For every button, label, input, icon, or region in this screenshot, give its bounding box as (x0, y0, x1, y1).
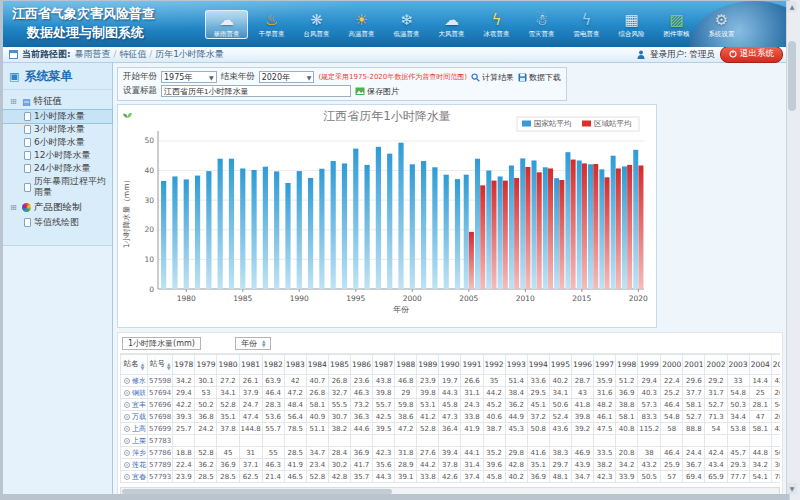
sidebar-item[interactable]: 1小时降水量 (3, 110, 112, 123)
station-name-cell[interactable]: 莲花 (121, 459, 148, 471)
bar-national-2002[interactable] (432, 167, 437, 289)
vertical-scrollbar[interactable]: ▲ ▼ (786, 1, 797, 494)
bar-regional-2010[interactable] (525, 167, 530, 289)
year-column-header[interactable]: 1989 (417, 355, 439, 375)
radio-icon[interactable] (124, 402, 130, 408)
bar-national-1984[interactable] (229, 159, 234, 289)
tree-toggle-icon[interactable]: ⊞ (10, 203, 19, 212)
year-column-header[interactable]: 1987 (373, 355, 395, 375)
station-name-cell[interactable]: 宜丰 (121, 399, 148, 411)
station-name-link[interactable]: 萍乡 (132, 448, 146, 458)
bar-national-1981[interactable] (195, 176, 200, 289)
sidebar-group-node[interactable]: ⊞▤特征值 (3, 93, 112, 110)
toolbar-item-risk-calc[interactable]: ▦综合风险 (610, 10, 653, 39)
station-name-link[interactable]: 宜春 (132, 472, 146, 482)
bar-national-1992[interactable] (319, 169, 324, 289)
bar-national-1989[interactable] (285, 183, 290, 289)
year-column-header[interactable]: 1998 (616, 355, 638, 375)
bar-national-1980[interactable] (184, 179, 189, 289)
bar-regional-2008[interactable] (503, 181, 508, 289)
year-column-header[interactable]: 2005 (771, 355, 780, 375)
year-column-header[interactable]: 2003 (727, 355, 749, 375)
year-column-header[interactable]: 1985 (328, 355, 350, 375)
station-name-cell[interactable]: 万载 (121, 411, 148, 423)
toolbar-item-drought[interactable]: ♨干旱普查 (250, 10, 293, 39)
sidebar-item[interactable]: 12小时降水量 (3, 149, 112, 162)
bar-regional-2005[interactable] (469, 232, 474, 289)
bar-national-2019[interactable] (622, 166, 627, 289)
bar-regional-2006[interactable] (480, 185, 485, 289)
year-column-header[interactable]: 2001 (683, 355, 705, 375)
bar-national-2007[interactable] (486, 171, 491, 289)
bar-national-1996[interactable] (364, 165, 369, 289)
radio-icon[interactable] (124, 462, 130, 468)
toolbar-item-snow[interactable]: ☃雪灾普查 (520, 10, 563, 39)
toolbar-item-hail[interactable]: ϟ冰雹普查 (475, 10, 518, 39)
station-name-link[interactable]: 莲花 (132, 460, 146, 470)
bar-national-2010[interactable] (520, 158, 525, 289)
year-column-header[interactable]: 1986 (350, 355, 372, 375)
station-sort-header[interactable]: 站名▲▼ (121, 355, 148, 375)
breadcrumb-item[interactable]: 特征值 (119, 49, 146, 59)
sidebar-group-node[interactable]: ⊞产品图绘制 (3, 199, 112, 216)
bar-regional-2017[interactable] (605, 177, 610, 289)
sidebar-item[interactable]: 等值线绘图 (3, 216, 112, 229)
table-scroll-area[interactable]: 站名▲▼站号▲▼19781979198019811982198319841985… (120, 353, 780, 485)
radio-icon[interactable] (124, 390, 130, 396)
bar-regional-2020[interactable] (638, 166, 643, 289)
year-column-header[interactable]: 1978 (173, 355, 195, 375)
station-name-link[interactable]: 修水 (132, 376, 146, 386)
breadcrumb-item[interactable]: 历年1小时降水量 (155, 49, 224, 59)
bar-regional-2013[interactable] (559, 180, 564, 289)
bar-national-2012[interactable] (543, 167, 548, 289)
bar-regional-2015[interactable] (582, 163, 587, 289)
data-download-button[interactable]: 数据下载 (518, 72, 561, 83)
bar-national-1987[interactable] (263, 167, 268, 289)
bar-national-2003[interactable] (444, 175, 449, 289)
year-column-header[interactable]: 1992 (483, 355, 505, 375)
station-name-link[interactable]: 宜丰 (132, 400, 146, 410)
bar-regional-2012[interactable] (548, 168, 553, 289)
toolbar-item-map-review[interactable]: ▨图件审核 (655, 10, 698, 39)
station-name-cell[interactable]: 修水 (121, 375, 148, 387)
bar-national-2013[interactable] (554, 178, 559, 289)
bar-national-1988[interactable] (274, 171, 279, 289)
year-column-header[interactable]: 1988 (395, 355, 417, 375)
chart-title-input[interactable] (161, 85, 351, 97)
bar-national-2008[interactable] (498, 176, 503, 289)
bar-national-2014[interactable] (565, 152, 570, 289)
hscroll-thumb[interactable] (122, 489, 392, 494)
year-column-header[interactable]: 1983 (284, 355, 306, 375)
bar-national-2001[interactable] (421, 161, 426, 289)
radio-icon[interactable] (124, 450, 130, 456)
station-name-cell[interactable]: 上栗 (121, 435, 148, 447)
year-column-header[interactable]: 1990 (439, 355, 461, 375)
station-name-link[interactable]: 上高 (132, 424, 146, 434)
station-name-link[interactable]: 万载 (132, 412, 146, 422)
toolbar-item-high-temp[interactable]: ☀高温普查 (340, 10, 383, 39)
bar-regional-2009[interactable] (514, 178, 519, 289)
station-name-cell[interactable]: 上高 (121, 423, 148, 435)
year-column-header[interactable]: 1984 (306, 355, 328, 375)
breadcrumb-item[interactable]: 暴雨普查 (75, 49, 111, 59)
bar-regional-2019[interactable] (627, 165, 632, 289)
vscroll-thumb[interactable] (788, 41, 796, 111)
bar-national-1999[interactable] (398, 143, 403, 289)
sidebar-item[interactable]: 24小时降水量 (3, 162, 112, 175)
station-name-cell[interactable]: 宜春 (121, 471, 148, 483)
year-column-header[interactable]: 1980 (217, 355, 239, 375)
bar-national-2016[interactable] (588, 164, 593, 289)
radio-icon[interactable] (124, 474, 130, 480)
toolbar-item-wind[interactable]: ☁大风普查 (430, 10, 473, 39)
year-column-header[interactable]: 1995 (549, 355, 571, 375)
year-column-header[interactable]: 1993 (505, 355, 527, 375)
bar-national-1986[interactable] (251, 170, 256, 289)
bar-national-1979[interactable] (172, 176, 177, 289)
bar-national-2006[interactable] (475, 159, 480, 289)
start-year-select[interactable]: 1975年▼ (161, 71, 217, 83)
bar-regional-2007[interactable] (492, 181, 497, 289)
scroll-up-arrow[interactable]: ▲ (787, 1, 797, 12)
bar-national-2011[interactable] (532, 160, 537, 289)
bar-national-1993[interactable] (331, 161, 336, 289)
bar-national-2015[interactable] (577, 160, 582, 289)
